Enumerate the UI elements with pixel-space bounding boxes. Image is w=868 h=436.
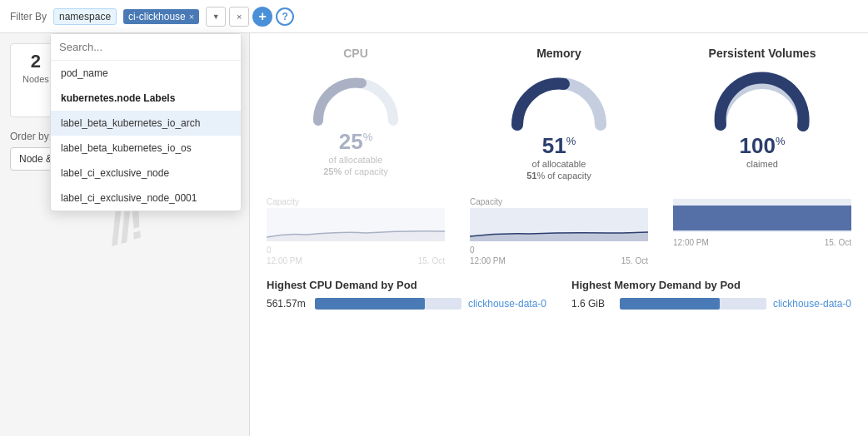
filter-dropdown: pod_name kubernetes.node Labels label_be… xyxy=(50,33,242,211)
dropdown-search-input[interactable] xyxy=(51,34,241,61)
filter-down-button[interactable]: ▼ xyxy=(206,7,226,27)
top-bar: Filter By namespace ci-clickhouse × ▼ × … xyxy=(0,0,868,33)
help-button[interactable]: ? xyxy=(276,7,294,26)
cpu-chart-block: Capacity 0 12:00 PM 15. Oct xyxy=(267,197,445,265)
pv-section: Persistent Volumes 100% claimed xyxy=(673,47,851,181)
memory-demand-bar-fill xyxy=(620,298,720,310)
filter-controls: ▼ × + ? xyxy=(206,7,294,27)
memory-gauge-sub2: 51% of capacity xyxy=(470,171,648,181)
dropdown-item-os[interactable]: label_beta_kubernetes_io_os xyxy=(51,136,241,161)
chip-close-icon[interactable]: × xyxy=(189,12,194,22)
svg-rect-3 xyxy=(673,206,851,230)
chart-x1-mem: 12:00 PM xyxy=(470,256,506,265)
right-panel: CPU 25% of allocatable 25% of capacity M… xyxy=(250,33,868,436)
cpu-section: CPU 25% of allocatable 25% of capacity xyxy=(267,47,445,181)
pv-chart-block: 12:00 PM 15. Oct xyxy=(673,197,851,265)
pv-gauge-sub1: claimed xyxy=(673,159,851,169)
chart-x1-cpu: 12:00 PM xyxy=(267,256,302,265)
memory-title: Memory xyxy=(470,47,648,60)
memory-gauge-percent: 51% xyxy=(542,133,576,158)
memory-demand-value: 1.6 GiB xyxy=(571,298,613,310)
cpu-gauge-value: 25% xyxy=(339,129,372,154)
memory-demand-row: 1.6 GiB clickhouse-data-0 xyxy=(571,298,851,310)
dropdown-item-arch[interactable]: label_beta_kubernetes_io_arch xyxy=(51,111,241,136)
cpu-demand-bar-fill xyxy=(315,298,425,310)
namespace-tag: namespace xyxy=(53,8,117,25)
cpu-demand-row: 561.57m clickhouse-data-0 xyxy=(267,298,546,310)
memory-gauge-sub1: of allocatable xyxy=(470,159,648,169)
memory-chart-block: Capacity 0 12:00 PM 15. Oct xyxy=(470,197,648,265)
add-filter-button[interactable]: + xyxy=(252,7,272,27)
cpu-demand-link[interactable]: clickhouse-data-0 xyxy=(468,298,546,310)
nodes-label: Nodes xyxy=(22,74,49,84)
chart-x2-pv: 15. Oct xyxy=(825,238,851,247)
memory-section: Memory 51% of allocatable 51% of capacit… xyxy=(470,47,648,181)
filter-label: Filter By xyxy=(10,11,47,22)
memory-demand-bar-bg xyxy=(620,298,766,310)
dropdown-item-exclusive[interactable]: label_ci_exclusive_node xyxy=(51,161,241,186)
pv-title: Persistent Volumes xyxy=(673,47,851,60)
cpu-gauge-sub1: of allocatable xyxy=(267,155,445,165)
dropdown-item-pod-name[interactable]: pod_name xyxy=(51,61,241,86)
demand-section: Highest CPU Demand by Pod 561.57m clickh… xyxy=(267,279,851,310)
pv-gauge-percent: 100% xyxy=(740,133,786,158)
cpu-gauge-sub2: 25% of capacity xyxy=(267,166,445,176)
cpu-demand-value: 561.57m xyxy=(267,298,308,310)
cpu-demand-block: Highest CPU Demand by Pod 561.57m clickh… xyxy=(267,279,546,310)
cpu-demand-title: Highest CPU Demand by Pod xyxy=(267,279,546,291)
chart-x1-pv: 12:00 PM xyxy=(673,238,709,247)
chart-x2-mem: 15. Oct xyxy=(621,256,648,265)
main-content: 2 Nodes 1 Pods 1 Healthy 0 Alerting 0 xyxy=(0,33,868,436)
memory-demand-title: Highest Memory Demand by Pod xyxy=(571,279,851,291)
metrics-row: CPU 25% of allocatable 25% of capacity M… xyxy=(267,47,851,181)
filter-chip[interactable]: ci-clickhouse × xyxy=(123,9,199,24)
memory-capacity-label: Capacity xyxy=(470,197,502,206)
cpu-capacity-label: Capacity xyxy=(267,197,299,206)
filter-clear-button[interactable]: × xyxy=(229,7,249,27)
chart-x2-cpu: 15. Oct xyxy=(418,256,445,265)
cpu-demand-bar-bg xyxy=(315,298,461,310)
chip-label: ci-clickhouse xyxy=(128,11,186,22)
dropdown-item-exclusive-0001[interactable]: label_ci_exclusive_node_0001 xyxy=(51,186,241,211)
memory-demand-block: Highest Memory Demand by Pod 1.6 GiB cli… xyxy=(571,279,851,310)
chart-area: Capacity 0 12:00 PM 15. Oct Capac xyxy=(267,197,851,265)
cpu-title: CPU xyxy=(267,47,445,60)
memory-demand-link[interactable]: clickhouse-data-0 xyxy=(773,298,851,310)
dropdown-item-k8s-labels[interactable]: kubernetes.node Labels xyxy=(51,86,241,111)
nodes-count: 2 xyxy=(22,51,49,72)
chart-zero: 0 xyxy=(267,245,272,255)
chart-zero-mem: 0 xyxy=(470,245,475,255)
